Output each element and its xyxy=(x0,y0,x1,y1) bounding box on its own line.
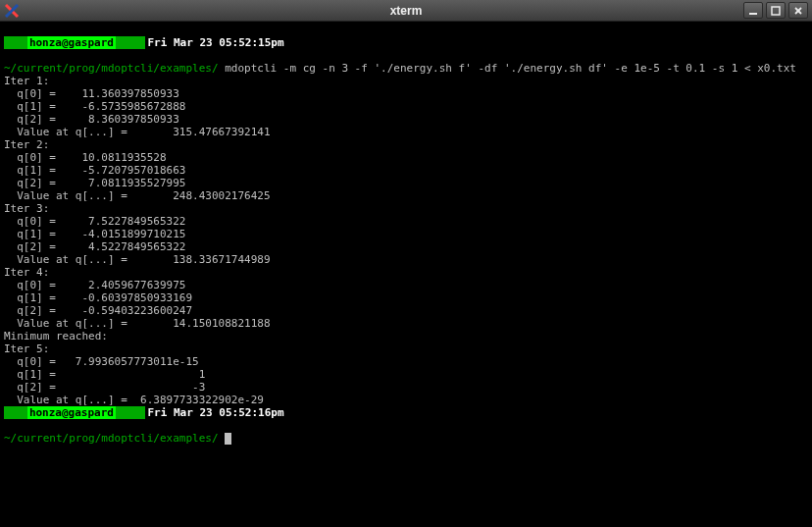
status-line-1: honza@gaspard Fri Mar 23 05:52:15pm xyxy=(4,36,808,49)
prompt-path: ~/current/prog/mdoptcli/examples/ xyxy=(4,62,219,75)
output-line: q[1] = -0.60397850933169 xyxy=(4,291,192,304)
status-timestamp: Fri Mar 23 05:52:16pm xyxy=(145,406,285,419)
output-line: Value at q[...] = 315.47667392141 xyxy=(4,126,271,138)
output-line: Iter 4: xyxy=(4,266,49,279)
output-line: Value at q[...] = 14.150108821188 xyxy=(4,317,271,330)
output-line: q[1] = -6.5735985672888 xyxy=(4,100,185,113)
output-line: Value at q[...] = 6.3897733322902e-29 xyxy=(4,394,264,406)
output-line: q[0] = 7.5227849565322 xyxy=(4,215,185,228)
prompt-path: ~/current/prog/mdoptcli/examples/ xyxy=(4,432,219,445)
output-line: q[0] = 7.9936057773011e-15 xyxy=(4,355,199,368)
output-line: q[0] = 2.4059677639975 xyxy=(4,279,185,291)
output-line: Value at q[...] = 248.43002176425 xyxy=(4,189,271,202)
cursor xyxy=(225,433,231,445)
output-line: q[1] = -4.0151899710215 xyxy=(4,228,185,240)
output-line: q[1] = -5.7207957018663 xyxy=(4,164,185,177)
close-button[interactable] xyxy=(788,2,808,19)
output-line: q[2] = 8.360397850933 xyxy=(4,113,179,126)
status-timestamp: Fri Mar 23 05:52:15pm xyxy=(145,36,285,49)
window-title: xterm xyxy=(0,4,812,18)
output-line: Minimum reached: xyxy=(4,330,108,343)
output-line: q[2] = 4.5227849565322 xyxy=(4,240,185,253)
command-text: mdoptcli -m cg -n 3 -f './energy.sh f' -… xyxy=(225,62,796,75)
minimize-button[interactable] xyxy=(743,2,763,19)
output-line: q[2] = 7.0811935527995 xyxy=(4,177,185,189)
status-line-2: honza@gaspard Fri Mar 23 05:52:16pm xyxy=(4,406,808,419)
output-line: Iter 3: xyxy=(4,202,49,215)
window-frame: xterm honza@gaspard Fri Mar 23 05:52:15p… xyxy=(0,0,812,527)
titlebar[interactable]: xterm xyxy=(0,0,812,22)
status-user: honza@gaspard xyxy=(27,36,116,49)
status-user: honza@gaspard xyxy=(27,406,116,419)
terminal-area[interactable]: honza@gaspard Fri Mar 23 05:52:15pm ~/cu… xyxy=(0,22,812,527)
output-line: q[2] = -0.59403223600247 xyxy=(4,304,192,317)
svg-rect-2 xyxy=(749,13,757,15)
maximize-button[interactable] xyxy=(766,2,786,19)
svg-rect-3 xyxy=(772,7,780,15)
output-line: Value at q[...] = 138.33671744989 xyxy=(4,253,271,266)
output-line: q[0] = 10.0811935528 xyxy=(4,151,167,164)
app-x-icon xyxy=(4,3,20,19)
output-line: Iter 1: xyxy=(4,75,49,87)
window-buttons xyxy=(743,2,812,19)
output-line: q[1] = 1 xyxy=(4,368,205,381)
output-line: q[2] = -3 xyxy=(4,381,205,394)
output-line: Iter 2: xyxy=(4,138,49,151)
output-line: Iter 5: xyxy=(4,343,49,355)
output-line: q[0] = 11.360397850933 xyxy=(4,87,179,100)
